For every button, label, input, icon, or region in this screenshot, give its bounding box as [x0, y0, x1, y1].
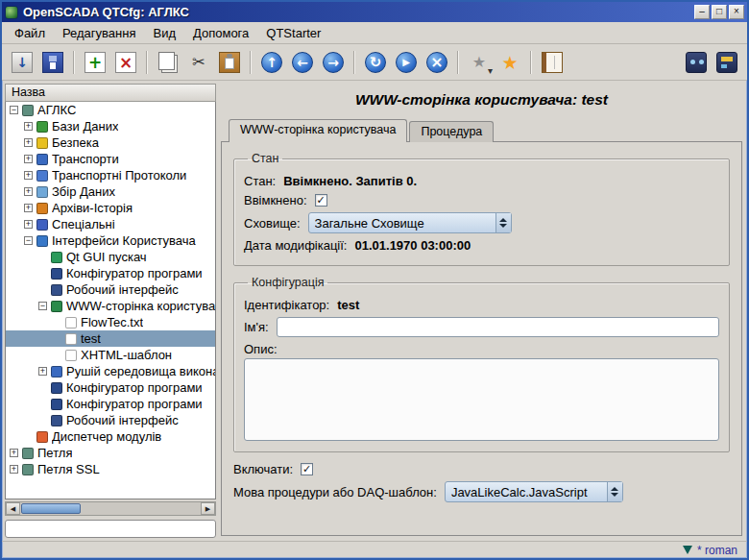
- expander-plus-icon[interactable]: +: [24, 171, 33, 180]
- back-button[interactable]: [288, 48, 317, 77]
- start-button[interactable]: [392, 48, 421, 77]
- security-icon: [36, 137, 48, 149]
- favorites-button[interactable]: [495, 48, 524, 77]
- toolbar-separator: [73, 51, 75, 74]
- expander-plus-icon[interactable]: +: [24, 204, 33, 212]
- expander-minus-icon[interactable]: −: [10, 106, 18, 114]
- expander-spacer: [38, 285, 47, 294]
- expander-plus-icon[interactable]: +: [10, 449, 18, 457]
- menu-help[interactable]: Допомога: [184, 23, 257, 43]
- scrollbar-track[interactable]: [20, 502, 201, 515]
- tree-item[interactable]: +Транспорти: [6, 151, 215, 167]
- favorites-menu-button[interactable]: [465, 48, 494, 77]
- descr-label: Опис:: [244, 342, 278, 356]
- cut-button[interactable]: [184, 48, 213, 77]
- tree-item[interactable]: −WWW-сторінка користувача: [6, 298, 215, 314]
- tree-item[interactable]: Qt GUI пускач: [6, 249, 215, 265]
- expander-plus-icon[interactable]: +: [38, 367, 47, 376]
- tree-item[interactable]: Робочий інтерфейс: [6, 281, 215, 298]
- tree-item[interactable]: Конфігуратор програми: [6, 396, 215, 412]
- tree-item-label: Петля: [37, 446, 72, 460]
- scrollbar-thumb[interactable]: [21, 503, 81, 514]
- name-row: Ім'я:: [244, 317, 719, 337]
- tree-item-label: WWW-сторінка користувача: [66, 299, 215, 313]
- tree-hscrollbar[interactable]: ◀ ▶: [5, 501, 216, 516]
- tree-item[interactable]: +Безпека: [6, 134, 215, 151]
- tree-item[interactable]: +Транспортні Протоколи: [6, 167, 215, 183]
- tree-item-label: АГЛКС: [37, 103, 76, 117]
- save-icon: [42, 52, 63, 73]
- expander-plus-icon[interactable]: +: [24, 187, 33, 196]
- paste-button[interactable]: [215, 48, 244, 77]
- menu-file[interactable]: Файл: [6, 23, 54, 43]
- maximize-button[interactable]: □: [712, 5, 727, 19]
- item-remove-button[interactable]: [111, 48, 140, 77]
- tree-item-label: Диспетчер модулів: [52, 429, 161, 444]
- tray-triangle-icon[interactable]: [683, 546, 692, 554]
- up-button[interactable]: [257, 48, 286, 77]
- tree-item[interactable]: +Бази Даних: [6, 118, 215, 134]
- scroll-right-icon[interactable]: ▶: [201, 502, 215, 515]
- expander-plus-icon[interactable]: +: [24, 155, 33, 163]
- expander-minus-icon[interactable]: −: [38, 302, 47, 310]
- tree-item[interactable]: +Петля SSL: [6, 461, 215, 477]
- tree-item[interactable]: +Рушій середовища виконання: [6, 363, 215, 379]
- tree-item-label: Петля SSL: [37, 462, 100, 476]
- minimize-button[interactable]: –: [694, 5, 710, 19]
- toolbar-separator: [457, 51, 459, 74]
- station-icon: [22, 105, 34, 116]
- tab-content: Стан Стан: Ввімкнено. Запитів 0. Ввімкне…: [221, 141, 742, 536]
- tree-item[interactable]: Диспетчер модулів: [6, 428, 215, 445]
- copy-button[interactable]: [154, 48, 182, 77]
- transports-icon: [36, 154, 48, 165]
- titlebar[interactable]: OpenSCADA QTCfg: АГЛКС – □ ×: [2, 2, 747, 22]
- tree-item[interactable]: −Інтерфейси Користувача: [6, 232, 215, 249]
- item-add-button[interactable]: [81, 48, 109, 77]
- tree-item[interactable]: XHTML-шаблон: [6, 347, 215, 363]
- menu-qtstarter[interactable]: QTStarter: [257, 23, 329, 43]
- description-textarea[interactable]: [244, 358, 719, 441]
- vision-runtime-button[interactable]: [682, 48, 711, 77]
- tree-item[interactable]: +Петля: [6, 445, 215, 461]
- load-button[interactable]: [8, 48, 36, 77]
- tree-item[interactable]: −АГЛКС: [6, 102, 215, 118]
- toolbar-separator: [530, 51, 532, 74]
- menu-view[interactable]: Вид: [144, 23, 184, 43]
- forward-button[interactable]: [319, 48, 348, 77]
- refresh-button[interactable]: [361, 48, 390, 77]
- tree-item[interactable]: test: [6, 330, 215, 347]
- tab-1[interactable]: WWW-сторінка користувача: [229, 119, 407, 142]
- tree-item[interactable]: +Архіви-Історія: [6, 200, 215, 216]
- expander-plus-icon[interactable]: +: [24, 220, 33, 229]
- tree-item[interactable]: Конфігуратор програми: [6, 379, 215, 396]
- storage-combobox[interactable]: Загальне Сховище: [308, 212, 512, 233]
- include-checkbox[interactable]: [301, 463, 313, 475]
- tree-item[interactable]: +Спеціальні: [6, 216, 215, 232]
- tree-item[interactable]: FlowTec.txt: [6, 314, 215, 330]
- close-button[interactable]: ×: [729, 5, 744, 19]
- qtcfg-configurator-button[interactable]: [713, 48, 741, 77]
- expander-plus-icon[interactable]: +: [10, 465, 18, 474]
- expander-spacer: [38, 383, 47, 392]
- manual-button[interactable]: [538, 48, 567, 77]
- name-input[interactable]: [277, 317, 719, 337]
- expander-plus-icon[interactable]: +: [24, 122, 33, 131]
- expander-plus-icon[interactable]: +: [24, 138, 33, 147]
- stop-button[interactable]: [423, 48, 451, 77]
- menu-edit[interactable]: Редагування: [54, 23, 145, 43]
- lang-combobox[interactable]: JavaLikeCalc.JavaScript: [445, 481, 623, 502]
- scroll-left-icon[interactable]: ◀: [6, 502, 20, 515]
- expander-spacer: [53, 351, 61, 359]
- tab-bar: WWW-сторінка користувачаПроцедура: [221, 118, 742, 141]
- tree-item[interactable]: +Збір Даних: [6, 183, 215, 200]
- tree-item[interactable]: Робочий інтерфейс: [6, 412, 215, 428]
- tree-item[interactable]: Конфігуратор програми: [6, 265, 215, 281]
- tree-filter-input[interactable]: [5, 520, 216, 538]
- tab-2[interactable]: Процедура: [409, 121, 494, 142]
- expander-minus-icon[interactable]: −: [24, 236, 33, 245]
- storage-row: Сховище: Загальне Сховище: [244, 212, 719, 233]
- up-icon: [261, 52, 282, 73]
- id-label: Ідентифікатор:: [244, 298, 329, 312]
- enabled-checkbox[interactable]: [315, 194, 327, 207]
- save-button[interactable]: [38, 48, 67, 77]
